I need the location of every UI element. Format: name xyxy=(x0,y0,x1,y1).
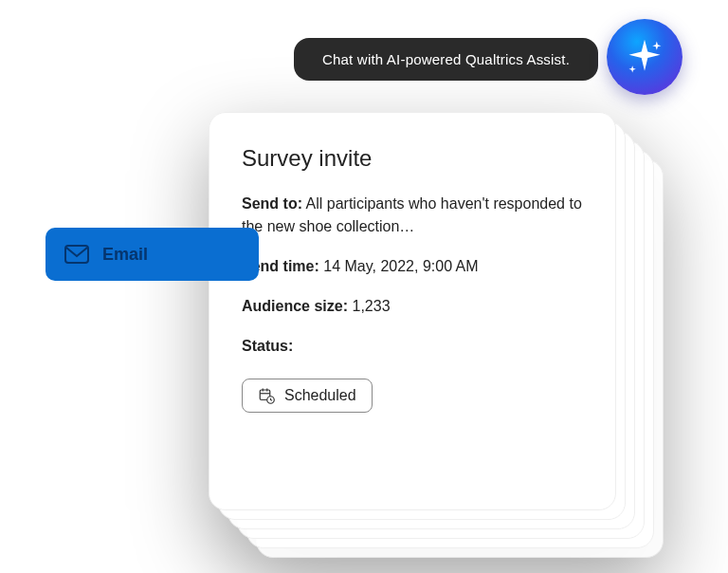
channel-tab-email[interactable]: Email xyxy=(46,228,259,281)
status-field: Status: xyxy=(242,335,583,358)
send-time-value: 14 May, 2022, 9:00 AM xyxy=(323,258,478,274)
status-label: Status: xyxy=(242,338,293,354)
channel-tab-label: Email xyxy=(102,245,148,265)
status-value: Scheduled xyxy=(284,387,356,404)
assist-tooltip: Chat with AI-powered Qualtrics Assist. xyxy=(294,38,598,81)
qualtrics-assist-button[interactable] xyxy=(607,19,682,95)
status-badge[interactable]: Scheduled xyxy=(242,379,373,413)
send-to-field: Send to: All participants who haven't re… xyxy=(242,193,583,238)
card-title: Survey invite xyxy=(242,145,583,172)
audience-size-field: Audience size: 1,233 xyxy=(242,295,583,318)
send-to-label: Send to: xyxy=(242,195,302,212)
send-time-field: Send time: 14 May, 2022, 9:00 AM xyxy=(242,255,583,278)
audience-size-value: 1,233 xyxy=(352,298,390,314)
svg-rect-0 xyxy=(65,246,88,263)
audience-size-label: Audience size: xyxy=(242,298,348,314)
survey-invite-card[interactable]: Survey invite Send to: All participants … xyxy=(209,112,616,510)
calendar-clock-icon xyxy=(258,387,275,404)
mail-icon xyxy=(64,245,89,264)
assist-text: Chat with AI-powered Qualtrics Assist. xyxy=(322,51,570,67)
sparkle-icon xyxy=(624,36,665,78)
card-stack: Survey invite Send to: All participants … xyxy=(209,112,616,510)
